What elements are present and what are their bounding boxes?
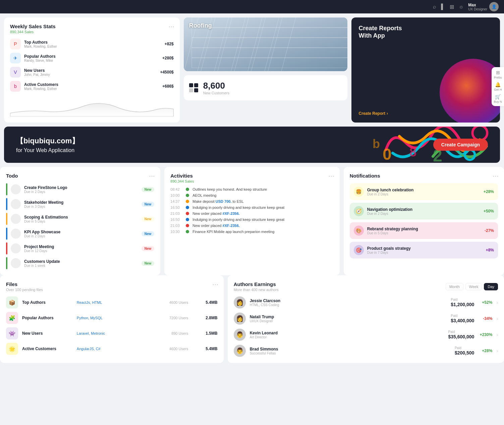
globe-decoration [440, 59, 500, 123]
svg-text:8: 8 [409, 145, 416, 159]
period-day-button[interactable]: Day [484, 283, 498, 290]
period-buttons: Month Week Day [446, 283, 498, 290]
customers-card: 8,600 New Customers [184, 75, 347, 100]
prebu-icon: ⊞ [496, 70, 500, 75]
activity-dot [186, 194, 189, 197]
todo-avatar [11, 258, 21, 268]
weekly-sales-subtitle: 890,344 Sales [10, 30, 174, 34]
activity-dot [186, 188, 189, 191]
side-panel: ⊞ Prebu 🔔 Get H 🛒 Buy N [492, 67, 504, 106]
activity-item: 21:03 New order placed #XF-2356. [170, 211, 333, 216]
topbar: ⌕ ▌ ⊞ ☼ Max UX Designer 👤 [0, 0, 504, 13]
notif-lunch-icon: 🍔 [354, 187, 364, 197]
bar-icon[interactable]: ▌ [441, 4, 445, 10]
stat-list: P Top Authors Mark, Rowling, Esther +82$… [10, 39, 174, 92]
author-arrow[interactable]: › [496, 300, 498, 305]
notifications-list: 🍔 Group lunch celebration Due in 2 Days … [350, 183, 498, 258]
todo-item: Scoping & Estimations Due in 5 Days New [6, 213, 154, 225]
files-card: Files Over 100 pending files ⋯ 📦 Top Aut… [0, 275, 224, 363]
todo-item: Create FireStone Logo Due in 2 Days New [6, 183, 154, 195]
activity-dot [186, 224, 189, 227]
notif-product-icon: 🎯 [354, 245, 364, 255]
get-h-icon: 🔔 [495, 82, 501, 87]
activities-card: Activities 890,344 Sales ⋯ 08:42 Outline… [164, 167, 339, 275]
notif-nav-icon: 🧭 [354, 206, 364, 216]
author-arrow[interactable]: › [496, 316, 498, 321]
period-month-button[interactable]: Month [446, 283, 463, 290]
middle-col: Roofing 8,600 New Customers [184, 17, 347, 123]
todo-item: KPI App Showcase Due in 2 Days New [6, 228, 154, 240]
activities-menu[interactable]: ⋯ [328, 172, 334, 180]
activities-subtitle: 890,344 Sales [170, 179, 333, 183]
author-item: 👨 Brad Simmons Successful Fellas Paid $2… [234, 345, 498, 357]
avatar[interactable]: 👤 [489, 2, 499, 11]
activity-dot [186, 200, 189, 203]
notif-rebrand-icon: 🎨 [354, 226, 364, 236]
svg-text:0: 0 [383, 145, 392, 163]
files-list: 📦 Top Authors ReactJs, HTML 4600 Users 5… [6, 296, 218, 355]
user-info: Max UX Designer 👤 [468, 2, 499, 11]
activities-list: 08:42 Outlines keep you honest. And keep… [170, 187, 333, 234]
todo-avatar [11, 229, 21, 239]
side-buy-n[interactable]: 🛒 Buy N [494, 94, 502, 103]
search-icon[interactable]: ⌕ [433, 4, 436, 10]
notification-item: 🎯 Product goals strategy Due in 7 Days +… [350, 242, 498, 258]
new-users-icon: V [10, 67, 21, 78]
create-report-link[interactable]: Create Report › [359, 111, 388, 116]
author-avatar-kevin: 👨 [234, 329, 246, 341]
todo-list: Create FireStone Logo Due in 2 Days New … [6, 183, 154, 269]
stat-popular-authors: ✈ Popular Authors Randy, Steve, Mike +28… [10, 53, 174, 63]
weekly-sales-menu[interactable]: ⋯ [168, 23, 174, 30]
earnings-header: Authors Earnings More than 400 new autho… [234, 281, 498, 292]
activity-item: 14:37 Make deposit USD 700. to ESL [170, 199, 333, 203]
period-week-button[interactable]: Week [465, 283, 482, 290]
todo-stripe [6, 198, 7, 210]
notification-item: 🍔 Group lunch celebration Due in 2 Days … [350, 183, 498, 200]
author-item: 👩 Jessie Clarcson HTML, CSS Coding Paid … [234, 296, 498, 309]
cust-squares-icon [189, 83, 199, 92]
file-icon-popular-authors: 🧩 [6, 312, 18, 324]
row-3: Todo ⋯ Create FireStone Logo Due in 2 Da… [0, 167, 504, 275]
grid-icon[interactable]: ⊞ [450, 4, 454, 10]
activity-item: 10:30 Finance KPI Mobile app launch prep… [170, 230, 333, 234]
stat-top-authors: P Top Authors Mark, Rowling, Esther +82$ [10, 39, 174, 49]
todo-avatar [11, 214, 21, 224]
files-menu[interactable]: ⋯ [212, 281, 218, 288]
todo-item: Customers Update Due in 1 week New [6, 257, 154, 269]
active-customers-icon: b [10, 81, 21, 92]
file-item: 🌟 Active Customers AngularJS, C# 4600 Us… [6, 343, 218, 355]
file-icon-active-customers: 🌟 [6, 343, 18, 355]
create-campaign-button[interactable]: Create Campaign [433, 139, 488, 151]
activity-dot [186, 218, 189, 221]
side-get-h[interactable]: 🔔 Get H [494, 82, 502, 91]
deposit-link[interactable]: USD 700. [216, 199, 232, 203]
activities-title: Activities [170, 173, 333, 179]
side-prebu[interactable]: ⊞ Prebu [494, 70, 502, 79]
campaign-sub-text: for Your Web Application [16, 147, 79, 153]
todo-title: Todo [6, 173, 154, 179]
roofing-card: Roofing [184, 17, 347, 71]
notifications-title: Notifications [350, 173, 498, 179]
activity-item: 21:03 New order placed #XF-2356. [170, 224, 333, 228]
files-subtitle: Over 100 pending files [6, 288, 218, 292]
order-link[interactable]: #XF-2356. [223, 211, 240, 216]
sun-icon[interactable]: ☼ [459, 4, 464, 10]
author-arrow[interactable]: › [496, 332, 498, 337]
campaign-bracket-text: 【biqubiqu.com】 [16, 136, 79, 146]
todo-stripe [6, 183, 7, 195]
chart-area [10, 96, 174, 116]
todo-stripe [6, 228, 7, 240]
todo-menu[interactable]: ⋯ [149, 172, 155, 180]
author-arrow[interactable]: › [496, 348, 498, 353]
todo-avatar [11, 243, 21, 253]
roofing-label: Roofing [189, 22, 212, 29]
author-avatar-jessie: 👩 [234, 296, 246, 309]
notifications-menu[interactable]: ⋯ [493, 172, 499, 180]
todo-stripe [6, 257, 7, 269]
activity-dot [186, 206, 189, 209]
weekly-sales-title: Weekly Sales Stats [10, 23, 174, 29]
top-authors-icon: P [10, 39, 21, 49]
order-link2[interactable]: #XF-2356. [223, 224, 240, 228]
todo-avatar [11, 184, 21, 194]
campaign-banner: 【biqubiqu.com】 for Your Web Application … [4, 127, 500, 163]
